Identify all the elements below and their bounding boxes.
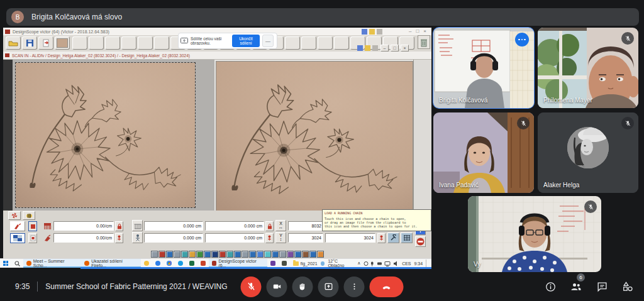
toolbar-empty-button[interactable] bbox=[154, 36, 169, 50]
scanned-sketch-left[interactable] bbox=[16, 63, 195, 207]
row1-lock-button[interactable] bbox=[115, 221, 123, 231]
red-page-tool-button[interactable] bbox=[28, 233, 37, 243]
net-tool-button[interactable] bbox=[401, 233, 413, 243]
row2-mode-button[interactable] bbox=[132, 232, 143, 243]
tool-bee-button[interactable] bbox=[23, 211, 35, 220]
taskbar-pinned-app[interactable] bbox=[279, 259, 290, 268]
trash-button[interactable] bbox=[418, 35, 430, 49]
row1-speed-field[interactable]: 0.00/cm bbox=[53, 221, 114, 231]
row1-mode-button[interactable] bbox=[132, 220, 143, 231]
toolbar-empty-button[interactable] bbox=[89, 36, 104, 50]
open-button[interactable] bbox=[6, 36, 21, 50]
tool-icon[interactable] bbox=[211, 251, 218, 258]
tool-icon[interactable] bbox=[242, 251, 248, 258]
row2-size2-field[interactable]: 3024 bbox=[325, 233, 375, 243]
toolbar-empty-button[interactable] bbox=[105, 36, 120, 50]
taskbar-designscope-tab[interactable]: DesignScope victor (6... bbox=[209, 259, 267, 268]
help-icon[interactable] bbox=[369, 29, 375, 35]
participants-button[interactable]: 6 bbox=[569, 279, 584, 294]
y-axis-button[interactable]: Y↕ bbox=[275, 232, 286, 243]
tray-status-icons[interactable] bbox=[364, 261, 399, 266]
tool-icon[interactable] bbox=[264, 251, 271, 258]
tool-icon[interactable] bbox=[317, 251, 324, 258]
view-icon[interactable] bbox=[362, 29, 367, 35]
tool-pinwheel-button[interactable] bbox=[8, 211, 21, 220]
tile-alaker[interactable]: Alaker Helga bbox=[538, 112, 638, 193]
chain-tool-button[interactable] bbox=[387, 233, 399, 243]
tool-icon[interactable] bbox=[219, 251, 226, 258]
tile-menu-button[interactable] bbox=[515, 33, 529, 47]
toolbar-empty-button[interactable] bbox=[334, 36, 349, 50]
present-screen-button[interactable] bbox=[318, 276, 339, 297]
row2-pos1-field[interactable]: 0.000 cm bbox=[144, 233, 203, 243]
tool-icon[interactable] bbox=[234, 251, 241, 258]
tray-clock[interactable]: 9:34 bbox=[414, 261, 423, 266]
tool-icon[interactable] bbox=[272, 251, 279, 258]
tile-ivana[interactable]: Ivana Padavić bbox=[433, 112, 534, 193]
taskbar-pinned-app[interactable] bbox=[267, 259, 279, 268]
tile-brigita[interactable]: Brigita Kolčavová bbox=[433, 28, 534, 108]
taskbar-pinned-app[interactable] bbox=[197, 259, 209, 268]
tools-icon[interactable] bbox=[377, 29, 382, 35]
help-icon[interactable] bbox=[365, 45, 370, 51]
tile-philomena[interactable]: Philomena Mayer bbox=[538, 28, 638, 108]
scanned-sketch-right[interactable] bbox=[216, 61, 413, 211]
minimize-icon[interactable]: – bbox=[409, 28, 411, 34]
tool-icon[interactable] bbox=[174, 251, 180, 258]
row1-size-field[interactable]: 8032 bbox=[288, 221, 323, 231]
toolbar-empty-button[interactable] bbox=[285, 36, 300, 50]
tool-icon[interactable] bbox=[158, 251, 165, 258]
view-icon[interactable] bbox=[357, 45, 363, 51]
repeat-tool-button[interactable] bbox=[10, 221, 25, 231]
import-button[interactable] bbox=[38, 36, 53, 50]
hide-notice-button[interactable]: — bbox=[262, 35, 274, 47]
tool-icon[interactable] bbox=[151, 251, 158, 258]
tool-icon[interactable] bbox=[287, 251, 294, 258]
tool-icon[interactable] bbox=[294, 251, 301, 258]
stop-button[interactable] bbox=[415, 236, 426, 247]
show-desktop-button[interactable] bbox=[426, 260, 429, 267]
meeting-details-button[interactable] bbox=[543, 279, 558, 294]
maximize-icon[interactable]: □ bbox=[416, 28, 419, 34]
start-button[interactable] bbox=[0, 259, 11, 268]
taskbar-pinned-app[interactable] bbox=[152, 259, 164, 268]
toolbar-empty-button[interactable] bbox=[138, 36, 153, 50]
taskbar-search-button[interactable] bbox=[11, 259, 23, 268]
tray-language[interactable]: CES bbox=[402, 261, 411, 266]
red-square-tool-button[interactable] bbox=[28, 221, 37, 231]
toolbar-empty-button[interactable] bbox=[301, 36, 316, 50]
child-maximize-icon[interactable]: □ bbox=[391, 45, 399, 52]
row2-figure2-button[interactable] bbox=[265, 233, 274, 243]
child-minimize-icon[interactable]: – bbox=[380, 45, 389, 52]
chat-button[interactable] bbox=[594, 279, 609, 294]
toolbar-empty-button[interactable] bbox=[121, 36, 136, 50]
row1-lock2-button[interactable] bbox=[265, 221, 274, 231]
tile-self[interactable]: Vy bbox=[468, 196, 601, 272]
activities-button[interactable] bbox=[620, 279, 635, 294]
tool-icon[interactable] bbox=[257, 251, 264, 258]
row1-pos1-field[interactable]: 0.000 cm bbox=[144, 221, 203, 231]
brush-tool-button[interactable] bbox=[42, 233, 52, 243]
child-close-icon[interactable]: × bbox=[401, 45, 409, 52]
taskbar-pinned-app[interactable] bbox=[164, 259, 175, 268]
end-call-button[interactable] bbox=[370, 276, 404, 297]
row2-figure-button[interactable] bbox=[115, 233, 123, 243]
scan-thumbnail-button[interactable] bbox=[55, 36, 70, 50]
row2-size1-field[interactable]: 3024 bbox=[288, 233, 323, 243]
row2-speed-field[interactable]: 0.00/cm bbox=[53, 233, 114, 243]
camera-toggle-button[interactable] bbox=[267, 276, 287, 297]
row2-pos2-field[interactable]: 0.000 cm bbox=[205, 233, 264, 243]
pattern-tool-button[interactable] bbox=[10, 233, 25, 243]
tool-icon[interactable] bbox=[166, 251, 173, 258]
stop-sharing-button[interactable]: Ukončit sdílení bbox=[232, 35, 260, 47]
comb-tool-button[interactable] bbox=[42, 221, 52, 231]
tool-icon[interactable] bbox=[189, 251, 196, 258]
tray-expand-icon[interactable]: ∧ bbox=[357, 261, 360, 266]
tool-icon[interactable] bbox=[249, 251, 256, 258]
toolbar-empty-button[interactable] bbox=[318, 36, 333, 50]
taskbar-share-indicator-tab[interactable]: Ukazatel sdílení Firefo... bbox=[81, 259, 140, 268]
toolbar-empty-button[interactable] bbox=[72, 36, 87, 50]
taskbar-pinned-app[interactable] bbox=[186, 259, 197, 268]
taskbar-meet-tab[interactable]: Meet – Summer Scho... bbox=[23, 259, 81, 268]
tool-icon[interactable] bbox=[181, 251, 188, 258]
